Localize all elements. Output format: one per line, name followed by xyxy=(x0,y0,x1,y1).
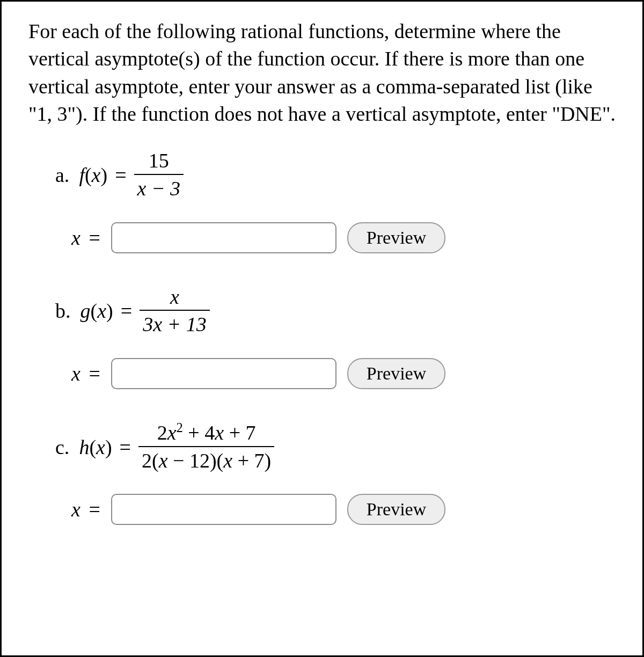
numerator: 15 xyxy=(145,149,172,174)
preview-button-a[interactable]: Preview xyxy=(347,222,445,253)
answer-prefix: x = xyxy=(71,498,100,521)
preview-button-b[interactable]: Preview xyxy=(347,358,445,389)
equals-sign: = xyxy=(120,435,131,459)
problem-label: c. xyxy=(55,435,69,459)
function-lhs: h(x) xyxy=(79,435,112,459)
equation-a: a. f(x) = 15 x − 3 xyxy=(55,149,621,200)
func-name: g xyxy=(80,300,91,322)
question-container: For each of the following rational funct… xyxy=(0,0,644,657)
problem-c: c. h(x) = 2x2 + 4x + 7 2(x − 12)(x + 7) … xyxy=(55,421,621,525)
denominator: 3x + 13 xyxy=(140,310,210,337)
func-name: h xyxy=(79,436,89,458)
numerator: 2x2 + 4x + 7 xyxy=(154,421,259,446)
fraction: 15 x − 3 xyxy=(134,149,184,200)
equation-c: c. h(x) = 2x2 + 4x + 7 2(x − 12)(x + 7) xyxy=(55,421,621,472)
answer-row-b: x = Preview xyxy=(71,358,621,389)
answer-input-a[interactable] xyxy=(111,222,336,253)
answer-input-c[interactable] xyxy=(111,494,336,525)
denominator: 2(x − 12)(x + 7) xyxy=(138,446,274,473)
equals-sign: = xyxy=(121,299,132,323)
equation-b: b. g(x) = x 3x + 13 xyxy=(55,286,621,337)
equals-sign: = xyxy=(115,163,126,187)
func-name: f xyxy=(79,164,85,186)
answer-row-c: x = Preview xyxy=(71,494,621,525)
fraction: 2x2 + 4x + 7 2(x − 12)(x + 7) xyxy=(138,421,274,472)
problem-b: b. g(x) = x 3x + 13 x = Preview xyxy=(55,286,621,389)
answer-prefix: x = xyxy=(71,226,100,250)
answer-row-a: x = Preview xyxy=(71,222,621,253)
problem-label: a. xyxy=(55,163,69,187)
answer-prefix: x = xyxy=(71,362,100,385)
preview-button-c[interactable]: Preview xyxy=(347,494,445,525)
fraction: x 3x + 13 xyxy=(140,286,210,337)
numerator: x xyxy=(167,286,182,310)
function-lhs: g(x) xyxy=(80,299,113,323)
problem-label: b. xyxy=(55,299,71,323)
function-lhs: f(x) xyxy=(79,163,107,187)
instructions-text: For each of the following rational funct… xyxy=(28,18,621,128)
problem-a: a. f(x) = 15 x − 3 x = Preview xyxy=(55,149,621,253)
denominator: x − 3 xyxy=(134,174,184,201)
answer-input-b[interactable] xyxy=(111,358,336,389)
